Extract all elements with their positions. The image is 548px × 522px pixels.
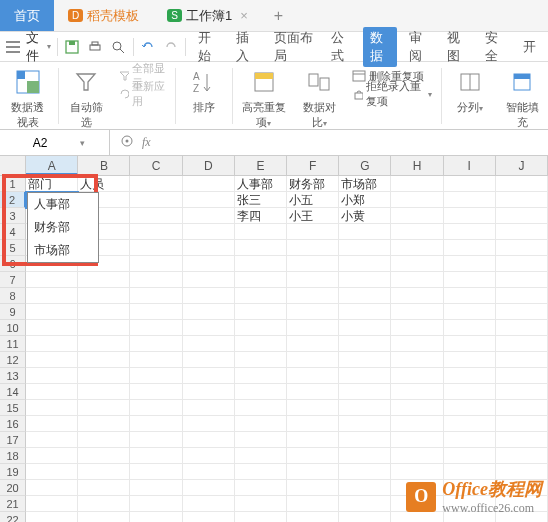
reapply-button[interactable]: 重新应用 bbox=[119, 86, 166, 102]
col-header-B[interactable]: B bbox=[78, 156, 130, 175]
cell-A10[interactable] bbox=[26, 320, 78, 336]
col-header-C[interactable]: C bbox=[130, 156, 182, 175]
cell-G7[interactable] bbox=[339, 272, 391, 288]
row-header-16[interactable]: 16 bbox=[0, 416, 26, 432]
row-header-21[interactable]: 21 bbox=[0, 496, 26, 512]
cell-G17[interactable] bbox=[339, 432, 391, 448]
cell-F1[interactable]: 财务部 bbox=[287, 176, 339, 192]
col-header-F[interactable]: F bbox=[287, 156, 339, 175]
col-header-A[interactable]: A bbox=[26, 156, 78, 175]
cell-A20[interactable] bbox=[26, 480, 78, 496]
row-header-5[interactable]: 5 bbox=[0, 240, 26, 256]
cell-D17[interactable] bbox=[183, 432, 235, 448]
cell-B19[interactable] bbox=[78, 464, 130, 480]
col-header-D[interactable]: D bbox=[183, 156, 235, 175]
cell-F20[interactable] bbox=[287, 480, 339, 496]
tab-home[interactable]: 首页 bbox=[0, 0, 54, 31]
row-header-13[interactable]: 13 bbox=[0, 368, 26, 384]
cell-F13[interactable] bbox=[287, 368, 339, 384]
cell-H3[interactable] bbox=[391, 208, 443, 224]
cell-I18[interactable] bbox=[444, 448, 496, 464]
cell-A13[interactable] bbox=[26, 368, 78, 384]
cell-J6[interactable] bbox=[496, 256, 548, 272]
cell-H7[interactable] bbox=[391, 272, 443, 288]
cell-E20[interactable] bbox=[235, 480, 287, 496]
cell-G1[interactable]: 市场部 bbox=[339, 176, 391, 192]
print-icon[interactable] bbox=[87, 36, 104, 58]
cell-J15[interactable] bbox=[496, 400, 548, 416]
cell-D14[interactable] bbox=[183, 384, 235, 400]
cell-H6[interactable] bbox=[391, 256, 443, 272]
cell-E10[interactable] bbox=[235, 320, 287, 336]
cell-F14[interactable] bbox=[287, 384, 339, 400]
row-header-22[interactable]: 22 bbox=[0, 512, 26, 522]
cell-J5[interactable] bbox=[496, 240, 548, 256]
cell-F4[interactable] bbox=[287, 224, 339, 240]
cell-E12[interactable] bbox=[235, 352, 287, 368]
ribbon-start[interactable]: 开始 bbox=[192, 29, 224, 65]
cell-C21[interactable] bbox=[130, 496, 182, 512]
row-header-20[interactable]: 20 bbox=[0, 480, 26, 496]
cell-A16[interactable] bbox=[26, 416, 78, 432]
cell-C22[interactable] bbox=[130, 512, 182, 522]
dropdown-item[interactable]: 财务部 bbox=[28, 216, 98, 239]
cell-A7[interactable] bbox=[26, 272, 78, 288]
cell-G16[interactable] bbox=[339, 416, 391, 432]
cell-J12[interactable] bbox=[496, 352, 548, 368]
cell-C12[interactable] bbox=[130, 352, 182, 368]
cell-D12[interactable] bbox=[183, 352, 235, 368]
cell-D20[interactable] bbox=[183, 480, 235, 496]
rejectdup-button[interactable]: 拒绝录入重复项▾ bbox=[352, 86, 432, 102]
cell-C20[interactable] bbox=[130, 480, 182, 496]
ribbon-formula[interactable]: 公式 bbox=[325, 29, 357, 65]
tab-add[interactable]: + bbox=[262, 0, 295, 31]
cell-E7[interactable] bbox=[235, 272, 287, 288]
cell-D8[interactable] bbox=[183, 288, 235, 304]
cell-E8[interactable] bbox=[235, 288, 287, 304]
col-header-E[interactable]: E bbox=[235, 156, 287, 175]
cell-D16[interactable] bbox=[183, 416, 235, 432]
cell-C15[interactable] bbox=[130, 400, 182, 416]
cell-I8[interactable] bbox=[444, 288, 496, 304]
cell-B12[interactable] bbox=[78, 352, 130, 368]
select-all-corner[interactable] bbox=[0, 156, 26, 175]
cell-J13[interactable] bbox=[496, 368, 548, 384]
cell-C9[interactable] bbox=[130, 304, 182, 320]
dropdown-item[interactable]: 人事部 bbox=[28, 193, 98, 216]
cell-J3[interactable] bbox=[496, 208, 548, 224]
cell-C4[interactable] bbox=[130, 224, 182, 240]
ribbon-data[interactable]: 数据 bbox=[363, 27, 397, 67]
cell-D4[interactable] bbox=[183, 224, 235, 240]
file-menu[interactable]: 文件▾ bbox=[26, 29, 51, 65]
cell-E2[interactable]: 张三 bbox=[235, 192, 287, 208]
preview-icon[interactable] bbox=[110, 36, 127, 58]
cell-I12[interactable] bbox=[444, 352, 496, 368]
cell-H8[interactable] bbox=[391, 288, 443, 304]
cell-I10[interactable] bbox=[444, 320, 496, 336]
redo-icon[interactable] bbox=[162, 36, 179, 58]
cell-C7[interactable] bbox=[130, 272, 182, 288]
cell-H17[interactable] bbox=[391, 432, 443, 448]
cell-G15[interactable] bbox=[339, 400, 391, 416]
cell-D18[interactable] bbox=[183, 448, 235, 464]
col-header-H[interactable]: H bbox=[391, 156, 443, 175]
cell-G13[interactable] bbox=[339, 368, 391, 384]
cell-F21[interactable] bbox=[287, 496, 339, 512]
cell-D1[interactable] bbox=[183, 176, 235, 192]
cell-C6[interactable] bbox=[130, 256, 182, 272]
cell-I3[interactable] bbox=[444, 208, 496, 224]
cell-A11[interactable] bbox=[26, 336, 78, 352]
ribbon-view[interactable]: 视图 bbox=[441, 29, 473, 65]
cell-I1[interactable] bbox=[444, 176, 496, 192]
cell-C14[interactable] bbox=[130, 384, 182, 400]
cell-F19[interactable] bbox=[287, 464, 339, 480]
cell-A21[interactable] bbox=[26, 496, 78, 512]
cell-D21[interactable] bbox=[183, 496, 235, 512]
row-header-10[interactable]: 10 bbox=[0, 320, 26, 336]
cell-C11[interactable] bbox=[130, 336, 182, 352]
cell-D5[interactable] bbox=[183, 240, 235, 256]
cell-G12[interactable] bbox=[339, 352, 391, 368]
row-header-17[interactable]: 17 bbox=[0, 432, 26, 448]
cell-C16[interactable] bbox=[130, 416, 182, 432]
ribbon-more[interactable]: 开 bbox=[517, 38, 542, 56]
